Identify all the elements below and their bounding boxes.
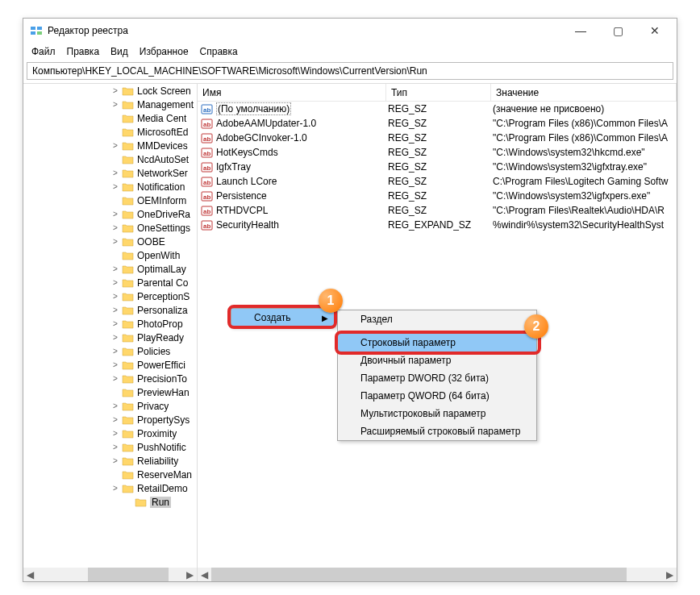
tree-pane[interactable]: >Lock Screen>ManagementMedia CentMicroso… bbox=[23, 84, 198, 581]
value-row[interactable]: abRTHDVCPLREG_SZ"C:\Program Files\Realte… bbox=[198, 203, 677, 218]
tree-item-label: ReserveMan bbox=[137, 469, 192, 481]
tree-expander-icon[interactable]: > bbox=[110, 264, 120, 273]
tree-item[interactable]: MicrosoftEd bbox=[23, 125, 197, 139]
tree-item[interactable]: >OneSettings bbox=[23, 221, 197, 235]
column-type[interactable]: Тип bbox=[386, 84, 491, 101]
scroll-thumb[interactable] bbox=[211, 568, 627, 581]
value-row[interactable]: abAdobeAAMUpdater-1.0REG_SZ"C:\Program F… bbox=[198, 116, 677, 131]
value-row[interactable]: abAdobeGCInvoker-1.0REG_SZ"C:\Program Fi… bbox=[198, 131, 677, 145]
tree-item[interactable]: Media Cent bbox=[23, 111, 197, 125]
tree-expander-icon[interactable]: > bbox=[110, 100, 120, 109]
scroll-left-icon[interactable]: ◀ bbox=[23, 568, 37, 581]
tree-item[interactable]: >Personaliza bbox=[23, 303, 197, 317]
tree-expander-icon[interactable]: > bbox=[110, 319, 120, 328]
tree-expander-icon[interactable]: > bbox=[110, 292, 120, 301]
tree-expander-icon[interactable]: > bbox=[110, 415, 120, 424]
value-row[interactable]: abHotKeysCmdsREG_SZ"C:\Windows\system32\… bbox=[198, 145, 677, 160]
tree-expander-icon[interactable]: > bbox=[110, 443, 120, 451]
menu-item-label: Расширяемый строковый параметр bbox=[360, 426, 520, 437]
column-name[interactable]: Имя bbox=[198, 84, 386, 101]
tree-item[interactable]: NcdAutoSet bbox=[23, 152, 197, 166]
tree-expander-icon[interactable]: > bbox=[110, 402, 120, 410]
tree-expander-icon[interactable]: > bbox=[110, 182, 120, 191]
tree-expander-icon[interactable]: > bbox=[110, 278, 120, 287]
menu-edit[interactable]: Правка bbox=[62, 44, 105, 59]
folder-icon bbox=[122, 127, 134, 137]
scroll-left-icon[interactable]: ◀ bbox=[198, 568, 211, 581]
menu-view[interactable]: Вид bbox=[106, 44, 133, 59]
tree-item[interactable]: >OneDriveRa bbox=[23, 207, 197, 221]
tree-scrollbar-h[interactable]: ◀ ▶ bbox=[23, 568, 197, 581]
tree-item[interactable]: OpenWith bbox=[23, 248, 197, 262]
tree-item[interactable]: >OOBE bbox=[23, 235, 197, 248]
tree-item[interactable]: >RetailDemo bbox=[23, 481, 197, 495]
menu-item-binary[interactable]: Двоичный параметр bbox=[338, 352, 536, 369]
context-menu-submenu[interactable]: Раздел Строковый параметр Двоичный парам… bbox=[337, 310, 537, 441]
svg-text:ab: ab bbox=[203, 150, 210, 157]
tree-expander-icon[interactable]: > bbox=[110, 169, 120, 177]
menu-item-qword[interactable]: Параметр QWORD (64 бита) bbox=[338, 387, 536, 405]
tree-item[interactable]: ReserveMan bbox=[23, 468, 197, 481]
tree-expander-icon[interactable]: > bbox=[110, 223, 120, 232]
menu-item-multistring[interactable]: Мультистроковый параметр bbox=[338, 405, 536, 422]
tree-item[interactable]: >Lock Screen bbox=[23, 84, 197, 98]
tree-item[interactable]: >PlayReady bbox=[23, 331, 197, 344]
tree-item[interactable]: >PerceptionS bbox=[23, 289, 197, 303]
tree-expander-icon[interactable]: > bbox=[110, 456, 120, 465]
tree-expander-icon[interactable]: > bbox=[110, 360, 120, 369]
address-bar[interactable]: Компьютер\HKEY_LOCAL_MACHINE\SOFTWARE\Mi… bbox=[27, 62, 673, 80]
tree-item[interactable]: PreviewHan bbox=[23, 385, 197, 399]
minimize-button[interactable]: — bbox=[562, 19, 599, 43]
value-row[interactable]: abSecurityHealthREG_EXPAND_SZ%windir%\sy… bbox=[198, 218, 677, 232]
tree-item[interactable]: Run bbox=[23, 495, 197, 509]
tree-item[interactable]: >Management bbox=[23, 98, 197, 111]
value-row[interactable]: abIgfxTrayREG_SZ"C:\Windows\system32\igf… bbox=[198, 160, 677, 174]
scroll-right-icon[interactable]: ▶ bbox=[663, 568, 677, 581]
tree-expander-icon[interactable]: > bbox=[110, 484, 120, 493]
tree-item[interactable]: >PropertySys bbox=[23, 413, 197, 426]
column-value[interactable]: Значение bbox=[491, 84, 677, 101]
tree-item[interactable]: >Reliability bbox=[23, 454, 197, 468]
menu-item-create[interactable]: Создать ▶ bbox=[231, 309, 335, 327]
value-data: "C:\Program Files (x86)\Common Files\A bbox=[491, 132, 677, 144]
scroll-thumb[interactable] bbox=[88, 568, 169, 581]
tree-expander-icon[interactable]: > bbox=[110, 86, 120, 95]
menu-item-expandstring[interactable]: Расширяемый строковый параметр bbox=[338, 422, 536, 440]
scroll-right-icon[interactable]: ▶ bbox=[183, 568, 197, 581]
close-button[interactable]: ✕ bbox=[636, 19, 673, 43]
tree-item[interactable]: >Parental Co bbox=[23, 276, 197, 289]
tree-item[interactable]: >Proximity bbox=[23, 426, 197, 440]
tree-item[interactable]: >MMDevices bbox=[23, 139, 197, 152]
tree-expander-icon[interactable]: > bbox=[110, 237, 120, 246]
list-scrollbar-h[interactable]: ◀ ▶ bbox=[198, 568, 677, 581]
value-row[interactable]: abPersistenceREG_SZ"C:\Windows\system32\… bbox=[198, 189, 677, 203]
tree-expander-icon[interactable]: > bbox=[110, 210, 120, 218]
tree-item[interactable]: >Notification bbox=[23, 180, 197, 193]
context-menu-primary[interactable]: Создать ▶ bbox=[231, 308, 335, 327]
menu-favorites[interactable]: Избранное bbox=[135, 44, 194, 59]
menu-help[interactable]: Справка bbox=[195, 44, 243, 59]
folder-icon bbox=[122, 360, 134, 370]
tree-item[interactable]: >Policies bbox=[23, 344, 197, 358]
tree-expander-icon[interactable]: > bbox=[110, 374, 120, 383]
tree-expander-icon[interactable]: > bbox=[110, 347, 120, 356]
tree-item[interactable]: >PhotoProp bbox=[23, 317, 197, 331]
tree-expander-icon[interactable]: > bbox=[110, 141, 120, 150]
tree-item[interactable]: >PrecisionTo bbox=[23, 372, 197, 385]
menu-item-dword[interactable]: Параметр DWORD (32 бита) bbox=[338, 369, 536, 387]
tree-expander-icon[interactable]: > bbox=[110, 429, 120, 438]
menu-file[interactable]: Файл bbox=[27, 44, 60, 59]
tree-item[interactable]: >NetworkSer bbox=[23, 166, 197, 180]
value-row[interactable]: abLaunch LCoreREG_SZC:\Program Files\Log… bbox=[198, 174, 677, 189]
tree-item[interactable]: >PowerEffici bbox=[23, 358, 197, 372]
tree-item[interactable]: >OptimalLay bbox=[23, 262, 197, 276]
value-row[interactable]: ab(По умолчанию)REG_SZ(значение не присв… bbox=[198, 102, 677, 116]
tree-expander-icon[interactable]: > bbox=[110, 333, 120, 342]
tree-item[interactable]: >Privacy bbox=[23, 399, 197, 413]
tree-item[interactable]: OEMInform bbox=[23, 193, 197, 207]
maximize-button[interactable]: ▢ bbox=[599, 19, 636, 43]
menu-item-string[interactable]: Строковый параметр bbox=[338, 334, 536, 352]
tree-item[interactable]: >PushNotific bbox=[23, 440, 197, 454]
tree-expander-icon[interactable]: > bbox=[110, 306, 120, 314]
menu-item-section[interactable]: Раздел bbox=[338, 310, 536, 328]
